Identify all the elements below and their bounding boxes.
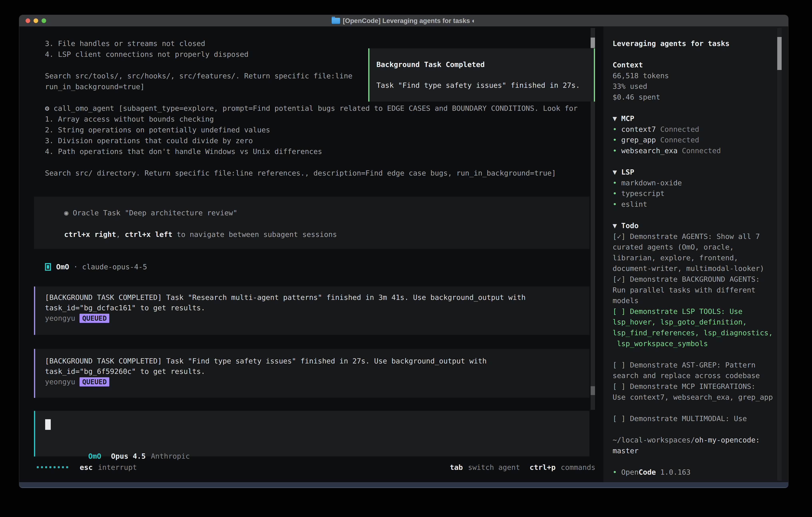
terminal-line: • websearch_exa Connected [613, 145, 773, 156]
terminal-line [613, 156, 773, 167]
terminal-line: 2. String operations on potentially unde… [45, 125, 578, 135]
terminal-line: Context [613, 60, 773, 71]
keyhints-left: escinterrupt [80, 463, 137, 471]
terminal-line [613, 424, 773, 435]
terminal-line: curated agents (OmO, oracle, [613, 242, 773, 252]
oracle-task-text: ◉ Oracle Task "Deep architecture review"… [64, 208, 337, 240]
terminal-line: 4. Path operations that don't handle Win… [45, 146, 578, 157]
provider-name: Anthropic [151, 452, 190, 460]
activity-dot [41, 466, 43, 468]
terminal-line [45, 157, 578, 168]
terminal-line: [BACKGROUND TASK COMPLETED] Task "Resear… [45, 292, 526, 303]
model-name: Opus 4.5 [111, 452, 146, 460]
status-bar: escinterrupt tabswitch agentctrl+pcomman… [37, 462, 596, 472]
model-indicator: OmOOpus 4.5Anthropic [45, 440, 190, 451]
terminal-line: document-writer, multimodal-looker) [613, 263, 773, 274]
terminal-line: [ ] Demonstrate AST-GREP: Pattern [613, 360, 773, 371]
session-title: OmO · claude-opus-4-5 [56, 262, 147, 272]
subagent-session-header[interactable]: OmO · claude-opus-4-5 [45, 262, 147, 272]
terminal-line [64, 218, 337, 229]
sidebar-scrollbar[interactable] [777, 28, 782, 481]
terminal-line: [BACKGROUND TASK COMPLETED] Task "Find t… [45, 356, 487, 366]
terminal-line: • typescript [613, 188, 773, 199]
terminal-line: yeongyu QUEUED [45, 313, 526, 324]
traffic-lights [26, 19, 46, 23]
terminal-line: Use context7, websearch_exa, grep_app [613, 392, 773, 403]
background-task-text: [BACKGROUND TASK COMPLETED] Task "Resear… [45, 292, 526, 324]
sidebar-scrollbar-thumb[interactable] [777, 37, 782, 70]
terminal-line: • markdown-oxide [613, 178, 773, 188]
activity-dot [58, 466, 60, 468]
terminal-line: ▼ LSP [613, 167, 773, 178]
screen: [OpenCode] Leveraging agents for tasks ◐… [0, 0, 812, 517]
terminal-line [613, 403, 773, 413]
keyhints-right: tabswitch agentctrl+pcommands [450, 463, 596, 471]
terminal-line: 3. Division operations that could divide… [45, 135, 578, 146]
terminal-line: Leveraging agents for tasks [613, 38, 773, 49]
terminal-line: lsp_find_references, lsp_diagnostics, [613, 327, 773, 338]
terminal-line [613, 210, 773, 220]
terminal-line: ctrl+x right, ctrl+x left to navigate be… [64, 229, 337, 240]
window-bottom-bar [19, 482, 788, 488]
terminal-line: [✓] Demonstrate AGENTS: Show all 7 [613, 231, 773, 242]
terminal-line: [ ] Demonstrate MULTIMODAL: Use [613, 413, 773, 424]
terminal-line: ⚙ call_omo_agent [subagent_type=explore,… [45, 103, 578, 114]
key-hint: escinterrupt [80, 463, 137, 471]
app-window: [OpenCode] Leveraging agents for tasks ◐… [19, 15, 788, 488]
terminal-line: $0.46 spent [613, 92, 773, 103]
notification-toast: Background Task Completed Task "Find typ… [368, 48, 595, 102]
terminal-line: ▼ MCP [613, 113, 773, 124]
terminal-line: 1. Array access without bounds checking [45, 114, 578, 125]
background-task-card: [BACKGROUND TASK COMPLETED] Task "Resear… [34, 287, 589, 335]
titlebar[interactable]: [OpenCode] Leveraging agents for tasks ◐ [19, 15, 788, 26]
main-pane[interactable]: 3. File handles or streams not closed4. … [19, 26, 603, 482]
terminal-line: OmO · claude-opus-4-5 [56, 262, 147, 272]
terminal-line: librarian, explore, frontend, [613, 252, 773, 263]
terminal-line: 33% used [613, 81, 773, 92]
sidebar-content: Leveraging agents for tasks Context66,51… [613, 38, 773, 478]
activity-dots [37, 466, 68, 468]
background-task-text: [BACKGROUND TASK COMPLETED] Task "Find t… [45, 356, 487, 387]
sidebar[interactable]: Leveraging agents for tasks Context66,51… [603, 26, 788, 482]
zoom-button[interactable] [41, 19, 46, 23]
terminal-line: yeongyu QUEUED [45, 377, 487, 387]
close-button[interactable] [26, 19, 30, 23]
activity-dot [66, 466, 68, 468]
folder-icon [332, 18, 340, 24]
terminal-line: lsp_hover, lsp_goto_definition, [613, 317, 773, 327]
terminal-line: ▼ Todo [613, 220, 773, 231]
text-cursor [45, 419, 51, 430]
main-scrollbar-thumb[interactable] [590, 37, 595, 48]
main-scrollbar-thumb-bottom[interactable] [590, 386, 595, 395]
terminal-line: ◉ Oracle Task "Deep architecture review" [64, 208, 337, 218]
terminal-line: [ ] Demonstrate MCP INTEGRATIONS: [613, 381, 773, 392]
notification-body: Task "Find type safety issues" finished … [376, 80, 580, 91]
terminal-line: 3. File handles or streams not closed [45, 38, 578, 49]
prompt-input[interactable]: OmOOpus 4.5Anthropic [34, 411, 589, 456]
key-hint: ctrl+pcommands [530, 463, 596, 471]
terminal-line: search and replace across codebase [613, 370, 773, 381]
activity-dot [37, 466, 39, 468]
terminal-line: 66,518 tokens [613, 71, 773, 81]
terminal-line: ~/local-workspaces/oh-my-opencode: [613, 435, 773, 445]
oracle-task-card: ◉ Oracle Task "Deep architecture review"… [34, 196, 589, 249]
activity-dot [45, 466, 47, 468]
key-hint: tabswitch agent [450, 463, 520, 471]
minimize-button[interactable] [34, 19, 38, 23]
terminal-line: • eslint [613, 199, 773, 210]
agent-icon [45, 263, 51, 271]
terminal-line: Run parallel tasks with different [613, 285, 773, 296]
terminal-line: task_id="bg_6f59260c" to get results. [45, 366, 487, 377]
terminal-line: master [613, 445, 773, 456]
terminal-line [613, 456, 773, 467]
terminal-line: • context7 Connected [613, 124, 773, 135]
terminal-line: [✓] Demonstrate BACKGROUND AGENTS: [613, 274, 773, 285]
activity-dot [62, 466, 64, 468]
terminal-line [613, 103, 773, 113]
terminal-line: [ ] Demonstrate LSP TOOLS: Use [613, 306, 773, 317]
activity-dot [54, 466, 56, 468]
terminal-line: • OpenCode 1.0.163 [613, 467, 773, 478]
terminal-line: lsp_workspace_symbols [613, 338, 773, 349]
notification-title: Background Task Completed [376, 59, 485, 70]
window-title: [OpenCode] Leveraging agents for tasks ◐ [332, 17, 476, 25]
